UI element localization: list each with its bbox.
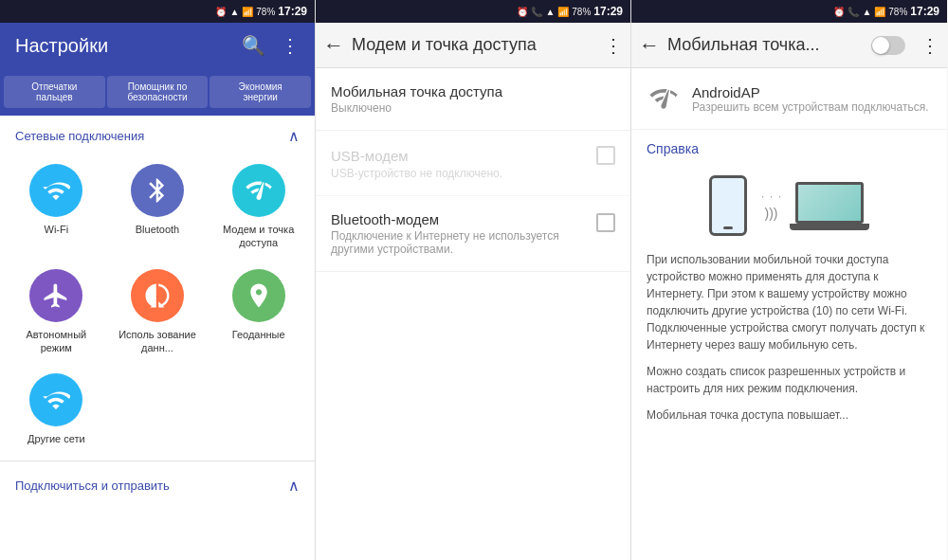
- geo-icon-bg: [232, 269, 285, 322]
- geo-label: Геоданные: [232, 328, 285, 341]
- mobile-hotspot-item[interactable]: Мобильная точка доступа Выключено: [316, 68, 630, 131]
- hotspot-illustration: ・・・ ))): [631, 160, 947, 251]
- datausage-icon-bg: [131, 269, 184, 322]
- settings-top-bar: Настройки 🔍 ⋮: [0, 23, 315, 68]
- modem-icon-bg: [232, 164, 285, 217]
- signal-icon-2: 📶: [557, 7, 569, 17]
- bluetooth-svg-icon: [143, 176, 172, 205]
- modem-title: Модем и точка доступа: [352, 35, 596, 55]
- wave-1: ・・・: [758, 191, 784, 204]
- usb-modem-sub: USB-устройство не подключено.: [331, 167, 615, 180]
- ap-svg-icon: [648, 83, 679, 114]
- wave-2: ))): [765, 206, 778, 221]
- settings-content: Сетевые подключения ∧ Wi-Fi Bluetooth: [0, 116, 315, 560]
- connect-section-header: Подключиться и отправить ∧: [0, 465, 315, 502]
- help-para-1: При использовании мобильной точки доступ…: [647, 251, 932, 353]
- signal-icon-3: 📶: [874, 7, 885, 17]
- shortcuts-row: Отпечаткипальцев Помощник побезопасности…: [0, 68, 315, 116]
- shortcut-security-label: Помощник побезопасности: [127, 81, 187, 102]
- help-para-3: Мобильная точка доступа повышает...: [647, 406, 932, 424]
- help-text-block: При использовании мобильной точки доступ…: [631, 251, 947, 441]
- wifi-label: Wi-Fi: [45, 223, 69, 236]
- android-ap-item[interactable]: AndroidAP Разрешить всем устройствам под…: [631, 68, 947, 130]
- battery-text-3: 78%: [888, 7, 907, 17]
- usb-modem-item: USB-модем USB-устройство не подключено.: [316, 131, 630, 196]
- panel-modem: ⏰ 📞 ▲ 📶 78% 17:29 ← Модем и точка доступ…: [316, 0, 631, 560]
- airplane-item[interactable]: Автономный режим: [8, 262, 105, 363]
- time-display: 17:29: [278, 5, 307, 18]
- time-display-2: 17:29: [593, 5, 623, 18]
- datausage-svg-icon: [143, 281, 172, 310]
- other-networks-label: Другие сети: [27, 432, 85, 445]
- ap-text-block: AndroidAP Разрешить всем устройствам под…: [692, 84, 929, 114]
- phone-illustration: [709, 175, 747, 236]
- bt-modem-checkbox[interactable]: [596, 213, 615, 232]
- bluetooth-icon-bg: [131, 164, 184, 217]
- shortcut-energy[interactable]: Экономияэнергии: [210, 76, 311, 108]
- bluetooth-item[interactable]: Bluetooth: [109, 156, 207, 258]
- hotspot-toggle[interactable]: [871, 36, 905, 55]
- phone-shape: [709, 175, 747, 236]
- back-button-3[interactable]: ←: [639, 33, 660, 58]
- time-display-3: 17:29: [910, 5, 939, 18]
- status-bar-1: ⏰ ▲ 📶 78% 17:29: [0, 0, 315, 23]
- ap-name: AndroidAP: [692, 84, 929, 100]
- battery-text: 78%: [256, 7, 275, 17]
- signal-icon: 📶: [242, 7, 253, 17]
- laptop-illustration: [795, 182, 869, 230]
- modem-menu-icon[interactable]: ⋮: [604, 34, 623, 57]
- wifi-item[interactable]: Wi-Fi: [8, 156, 105, 258]
- network-section-header: Сетевые подключения ∧: [0, 116, 315, 153]
- airplane-svg-icon: [42, 281, 70, 310]
- datausage-item[interactable]: Исполь зование данн...: [109, 262, 207, 363]
- connect-chevron-icon[interactable]: ∧: [288, 477, 300, 495]
- phone-icon-2: 📞: [531, 7, 542, 17]
- modem-content: Мобильная точка доступа Выключено USB-мо…: [316, 68, 630, 560]
- status-icons-2: ⏰ 📞 ▲ 📶 78% 17:29: [517, 5, 623, 18]
- back-button-2[interactable]: ←: [323, 33, 344, 58]
- hotspot-svg-icon: [245, 176, 273, 205]
- geo-item[interactable]: Геоданные: [210, 262, 307, 363]
- alarm-icon-3: ⏰: [833, 7, 845, 17]
- shortcut-security[interactable]: Помощник побезопасности: [107, 76, 209, 108]
- usb-modem-title: USB-модем: [331, 148, 409, 164]
- modem-item[interactable]: Модем и точка доступа: [210, 156, 307, 258]
- shortcut-fingerprint[interactable]: Отпечаткипальцев: [4, 76, 105, 108]
- geo-svg-icon: [245, 281, 273, 310]
- other-networks-svg-icon: [42, 386, 70, 414]
- signal-waves: ・・・ ))): [758, 191, 784, 221]
- ap-icon: [647, 81, 681, 116]
- overflow-menu-icon[interactable]: ⋮: [281, 34, 300, 57]
- status-icons-1: ⏰ ▲ 📶 78% 17:29: [215, 5, 307, 18]
- battery-text-2: 78%: [572, 7, 591, 17]
- wifi-svg-icon: [42, 176, 70, 205]
- ap-subtitle: Разрешить всем устройствам подключаться.: [692, 100, 929, 114]
- shortcut-fingerprint-label: Отпечаткипальцев: [31, 81, 77, 102]
- laptop-screen: [795, 182, 864, 224]
- usb-modem-checkbox: [596, 146, 615, 165]
- mobile-hotspot-status: Выключено: [331, 101, 615, 115]
- help-para-2: Можно создать список разрешенных устройс…: [647, 363, 932, 397]
- datausage-label: Исполь зование данн...: [113, 328, 203, 355]
- other-networks-item[interactable]: Другие сети: [8, 366, 105, 453]
- status-icons-3: ⏰ 📞 ▲ 📶 78% 17:29: [833, 5, 939, 18]
- mobile-hotspot-title: Мобильная точка доступа: [331, 83, 502, 99]
- panel-settings: ⏰ ▲ 📶 78% 17:29 Настройки 🔍 ⋮ Отпечаткип…: [0, 0, 316, 560]
- search-icon[interactable]: 🔍: [242, 34, 265, 57]
- status-bar-3: ⏰ 📞 ▲ 📶 78% 17:29: [631, 0, 947, 23]
- airplane-label: Автономный режим: [11, 328, 101, 355]
- wifi-status-icon-3: ▲: [862, 7, 871, 17]
- settings-title: Настройки: [15, 35, 234, 57]
- hotspot-content: AndroidAP Разрешить всем устройствам под…: [631, 68, 947, 560]
- modem-top-bar: ← Модем и точка доступа ⋮: [316, 23, 630, 68]
- network-chevron-icon[interactable]: ∧: [288, 127, 300, 145]
- alarm-icon-2: ⏰: [517, 7, 528, 17]
- bt-modem-title: Bluetooth-модем: [331, 211, 589, 227]
- hotspot-detail-title: Мобильная точка...: [667, 35, 864, 55]
- help-header: Справка: [631, 130, 947, 160]
- bluetooth-label: Bluetooth: [136, 223, 179, 236]
- hotspot-top-bar: ← Мобильная точка... ⋮: [631, 23, 947, 68]
- hotspot-menu-icon[interactable]: ⋮: [921, 34, 939, 57]
- bt-modem-item[interactable]: Bluetooth-модем Подключение к Интернету …: [316, 196, 630, 272]
- connect-section-title: Подключиться и отправить: [15, 479, 170, 493]
